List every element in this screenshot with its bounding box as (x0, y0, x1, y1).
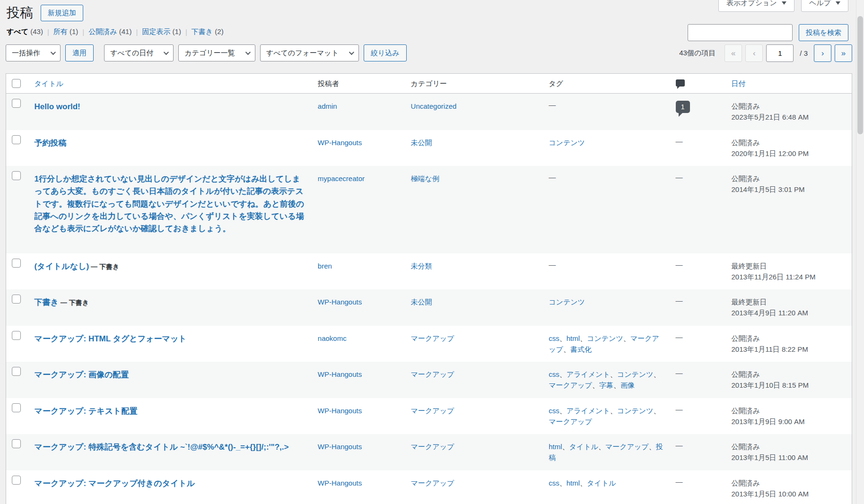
bulk-actions-select[interactable]: 一括操作 (6, 44, 61, 61)
tag-link[interactable]: コンテンツ (549, 139, 585, 147)
last-page-button[interactable]: » (835, 44, 852, 62)
prev-page-button[interactable]: ‹ (745, 44, 763, 62)
row-checkbox[interactable] (12, 259, 21, 268)
author-link[interactable]: WP-Hangouts (318, 370, 362, 378)
comments-header[interactable] (671, 74, 727, 94)
search-input[interactable] (688, 24, 793, 41)
next-page-button[interactable]: › (814, 44, 831, 62)
tag-link[interactable]: css (549, 370, 559, 378)
row-checkbox[interactable] (12, 135, 21, 144)
first-page-button[interactable]: « (724, 44, 742, 62)
tag-link[interactable]: 字幕 (599, 381, 613, 389)
tag-link[interactable]: コンテンツ (617, 370, 654, 378)
category-link[interactable]: マークアップ (411, 407, 454, 415)
tag-link[interactable]: 書式化 (570, 345, 592, 353)
tag-link[interactable]: コンテンツ (549, 298, 585, 306)
tag-link[interactable]: マークアップ (605, 443, 649, 451)
post-status: 公開済み (732, 137, 847, 148)
post-title-link[interactable]: 予約投稿 (35, 139, 67, 148)
post-title-link[interactable]: 下書き (35, 298, 59, 307)
post-title-link[interactable]: マークアップ: HTML タグとフォーマット (35, 334, 187, 343)
tag-link[interactable]: コンテンツ (587, 334, 623, 342)
apply-button[interactable]: 適用 (65, 44, 94, 61)
post-date: 2014年1月5日 3:01 PM (732, 184, 847, 195)
tag-link[interactable]: タイトル (569, 443, 598, 451)
tag-link[interactable]: html (567, 479, 580, 487)
author-link[interactable]: WP-Hangouts (318, 139, 362, 147)
post-title-link[interactable]: マークアップ: テキスト配置 (35, 407, 138, 416)
tag-link[interactable]: アライメント (567, 407, 610, 415)
tag-link[interactable]: タイトル (587, 479, 616, 487)
tag-link[interactable]: html (567, 334, 580, 342)
category-link[interactable]: マークアップ (411, 370, 454, 378)
search-posts-button[interactable]: 投稿を検索 (799, 24, 848, 41)
author-link[interactable]: bren (318, 262, 332, 270)
tag-link[interactable]: 画像 (620, 381, 635, 389)
tag-link[interactable]: アライメント (567, 370, 610, 378)
category-link[interactable]: マークアップ (411, 443, 454, 451)
author-link[interactable]: WP-Hangouts (318, 407, 362, 415)
table-row: 予約投稿WP-Hangouts未公開コンテンツ—公開済み2020年1月1日 12… (6, 130, 852, 166)
category-link[interactable]: 極端な例 (411, 174, 439, 182)
tag-link[interactable]: css (549, 334, 559, 342)
chevron-down-icon (51, 50, 56, 55)
category-link[interactable]: Uncategorized (411, 102, 457, 110)
author-link[interactable]: admin (318, 102, 337, 110)
sort-date-header[interactable]: 日付 (732, 79, 746, 87)
row-checkbox[interactable] (12, 295, 21, 304)
browser-scrollbar[interactable] (856, 0, 864, 504)
post-title-link[interactable]: (タイトルなし) (35, 262, 89, 271)
format-filter-select[interactable]: すべてのフォーマット (260, 44, 359, 61)
no-comments-dash: — (676, 369, 683, 377)
tag-link[interactable]: マークアップ (549, 381, 592, 389)
category-link[interactable]: 未公開 (411, 139, 432, 147)
table-toolbar: 一括操作 適用 すべての日付 カテゴリー一覧 すべてのフォーマット 絞り込み 4… (6, 44, 852, 62)
post-title-link[interactable]: マークアップ: 画像の配置 (35, 370, 129, 379)
filter-link[interactable]: すべて (43) (7, 27, 43, 35)
row-checkbox[interactable] (12, 331, 21, 340)
category-filter-select[interactable]: カテゴリー一覧 (178, 44, 255, 61)
post-title-link[interactable]: Hello world! (35, 102, 80, 111)
current-page-input[interactable] (766, 44, 794, 62)
help-button[interactable]: ヘルプ (801, 0, 848, 12)
table-row: マークアップ: テキスト配置WP-Hangoutsマークアップcss、アライメン… (6, 398, 852, 434)
filter-button[interactable]: 絞り込み (364, 44, 407, 61)
date-filter-select[interactable]: すべての日付 (104, 44, 174, 61)
sort-title-header[interactable]: タイトル (35, 79, 63, 87)
comment-count-bubble[interactable]: 1 (676, 101, 690, 113)
row-checkbox[interactable] (12, 171, 21, 180)
tag-link[interactable]: html (549, 443, 562, 451)
tag-link[interactable]: マークアップ (549, 417, 592, 426)
row-checkbox[interactable] (12, 476, 21, 485)
author-link[interactable]: WP-Hangouts (318, 443, 362, 451)
row-checkbox[interactable] (12, 367, 21, 376)
post-title-link[interactable]: 1行分しか想定されていない見出しのデザインだと文字がはみ出してしまってあら大変。… (35, 174, 305, 233)
tag-link[interactable]: コンテンツ (617, 407, 654, 415)
add-new-button[interactable]: 新規追加 (41, 5, 83, 21)
no-comments-dash: — (676, 261, 683, 269)
row-checkbox[interactable] (12, 99, 21, 108)
author-link[interactable]: naokomc (318, 334, 347, 342)
filter-link[interactable]: 固定表示 (1) (142, 27, 181, 35)
author-link[interactable]: mypacecreator (318, 174, 365, 182)
category-link[interactable]: マークアップ (411, 334, 454, 342)
posts-admin-screen: 表示オプション ヘルプ 投稿 新規追加 すべて (43)|所有 (1)|公開済み… (0, 0, 856, 504)
scrollbar-thumb[interactable] (857, 16, 863, 134)
tag-link[interactable]: css (549, 407, 559, 415)
select-all-checkbox[interactable] (12, 79, 21, 88)
category-link[interactable]: 未公開 (411, 298, 432, 306)
filter-link[interactable]: 下書き (2) (192, 27, 224, 35)
filter-link[interactable]: 公開済み (41) (88, 27, 131, 35)
author-link[interactable]: WP-Hangouts (318, 479, 362, 487)
filter-link[interactable]: 所有 (1) (53, 27, 79, 35)
row-checkbox[interactable] (12, 403, 21, 412)
category-link[interactable]: 未分類 (411, 262, 432, 270)
post-title-link[interactable]: マークアップ: 特殊記号を含むタイトル ~`!@#$%^&*()-_=+{}[]… (35, 443, 289, 452)
screen-options-button[interactable]: 表示オプション (718, 0, 794, 12)
author-link[interactable]: WP-Hangouts (318, 298, 362, 306)
category-link[interactable]: マークアップ (411, 479, 454, 487)
page-title: 投稿 (7, 4, 33, 22)
row-checkbox[interactable] (12, 439, 21, 448)
tag-link[interactable]: css (549, 479, 559, 487)
post-title-link[interactable]: マークアップ: マークアップ付きのタイトル (35, 479, 195, 488)
